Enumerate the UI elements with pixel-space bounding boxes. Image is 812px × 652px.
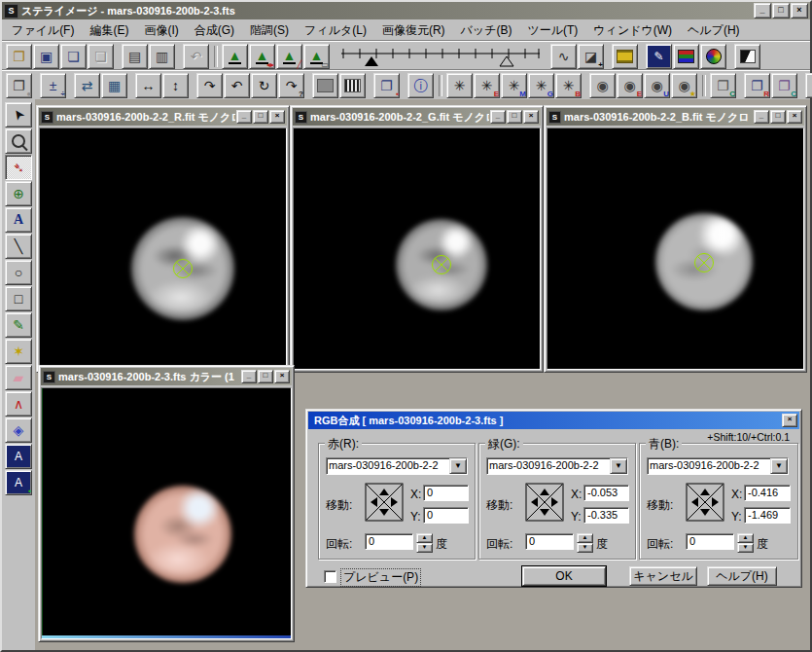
histogram-window-button[interactable]: ▲▭ <box>303 44 330 69</box>
menu-gradation[interactable]: 階調(S) <box>242 20 297 41</box>
flip-vertical-button[interactable]: ↕ <box>162 73 189 98</box>
color-maximize-button[interactable]: □ <box>258 370 273 383</box>
fill-gray-button[interactable] <box>312 73 338 98</box>
batch-film-button[interactable] <box>612 44 638 69</box>
duplicate-button[interactable]: ❐▪ <box>373 73 400 98</box>
calc-button[interactable]: ±÷ <box>40 73 66 98</box>
flip-horizontal-button[interactable]: ↔ <box>135 73 161 98</box>
green-window-title-bar[interactable]: S mars-030916-200b-2-2_G.fit モノクロ _ □ × <box>293 108 541 126</box>
red-rotate-input[interactable]: 0 <box>365 533 413 550</box>
align-star-b-button[interactable]: ✳B <box>555 73 582 98</box>
blue-rotate-input[interactable]: 0 <box>686 533 734 550</box>
rotate-180-button[interactable]: ↻ <box>251 73 277 98</box>
display-level-slider[interactable] <box>338 43 543 71</box>
blue-image-canvas[interactable] <box>547 127 804 370</box>
align-star-g-button[interactable]: ✳G <box>528 73 554 98</box>
blue-file-dropdown-icon[interactable]: ▼ <box>770 458 788 474</box>
green-close-button[interactable]: × <box>523 110 539 124</box>
green-y-input[interactable]: -0.335 <box>583 507 629 524</box>
color-window-title-bar[interactable]: S mars-030916-200b-2-3.fts カラー (1 _ □ × <box>41 368 292 385</box>
rgb-channels-button[interactable] <box>673 44 699 69</box>
red-file-dropdown-icon[interactable]: ▼ <box>449 458 467 474</box>
save-button[interactable]: ▣ <box>33 44 59 69</box>
main-title-bar[interactable]: S ステライメージ - mars-030916-200b-2-3.fts _ □… <box>2 2 810 19</box>
mosaic-button[interactable]: ▦ <box>101 73 127 98</box>
zoom-tool-button[interactable] <box>5 128 32 154</box>
rgb-decompose-button[interactable]: ❐R <box>744 73 770 98</box>
green-rotate-spinner[interactable]: ▲▼ <box>577 533 591 550</box>
scan-button[interactable]: ▤ <box>122 44 148 69</box>
help-button[interactable]: ヘルプ(H) <box>707 566 777 586</box>
green-rotate-input[interactable]: 0 <box>525 533 574 550</box>
color-image-canvas[interactable] <box>41 387 292 639</box>
red-x-input[interactable]: 0 <box>423 485 469 501</box>
green-file-select[interactable]: mars-030916-200b-2-2 ▼ <box>486 457 628 475</box>
histogram-picker-button[interactable]: ▲╱ <box>276 44 302 69</box>
text-tool-button[interactable]: A <box>5 207 32 233</box>
red-image-canvas[interactable] <box>39 127 287 370</box>
point-tool-button[interactable]: ➴ <box>5 155 32 180</box>
rotate-cw-button[interactable]: ↷ <box>196 73 223 98</box>
lab-decompose-button[interactable]: ❐L <box>805 73 812 98</box>
menu-batch[interactable]: バッチ(B) <box>453 20 520 41</box>
menu-help[interactable]: ヘルプ(H) <box>680 20 748 41</box>
red-maximize-button[interactable]: □ <box>253 110 268 124</box>
select-tool-button[interactable]: ➤ <box>5 102 32 127</box>
eraser-tool-button[interactable]: ▰ <box>5 365 32 390</box>
align-disc-button[interactable]: ◉ <box>589 73 616 98</box>
blue-y-input[interactable]: -1.469 <box>744 507 791 524</box>
red-minimize-button[interactable]: _ <box>236 110 252 124</box>
minimize-button[interactable]: _ <box>754 3 771 18</box>
align-star-m-button[interactable]: ✳M <box>501 73 527 98</box>
green-maximize-button[interactable]: □ <box>507 110 522 124</box>
profile-tool-button[interactable]: ∧ <box>5 391 32 417</box>
color-close-button[interactable]: × <box>274 370 290 383</box>
align-star-button[interactable]: ✳ <box>446 73 473 98</box>
wand-tool-button[interactable]: ✶ <box>5 339 32 364</box>
green-minimize-button[interactable]: _ <box>490 110 506 124</box>
color-minimize-button[interactable]: _ <box>241 370 257 383</box>
pixel-info-tool-button[interactable]: ⊕ <box>5 181 32 206</box>
green-move-pad[interactable] <box>525 483 564 522</box>
blue-move-pad[interactable] <box>686 483 724 522</box>
dialog-close-button[interactable]: × <box>782 414 797 427</box>
green-x-input[interactable]: -0.053 <box>583 485 629 501</box>
green-file-dropdown-icon[interactable]: ▼ <box>610 458 627 474</box>
rotate-free-button[interactable]: ↷? <box>278 73 304 98</box>
sphere-tool-button[interactable]: ◈ <box>5 417 32 443</box>
info-button[interactable]: ⓘ <box>407 73 434 98</box>
annotate-tool-button[interactable]: A <box>5 444 32 469</box>
blue-x-input[interactable]: -0.416 <box>744 485 791 501</box>
blue-minimize-button[interactable]: _ <box>754 110 769 124</box>
levels-adjust-button[interactable]: ◪+ <box>578 44 604 69</box>
red-y-input[interactable]: 0 <box>423 507 469 524</box>
red-window-title-bar[interactable]: S mars-030916-200b-2-2_R.fit モノクロ _ □ × <box>39 108 287 126</box>
ellipse-tool-button[interactable]: ○ <box>5 260 32 285</box>
annotate2-tool-button[interactable]: A▪ <box>5 470 32 495</box>
align-disc-u-button[interactable]: ◉U <box>644 73 670 98</box>
composite-button[interactable]: ❐● <box>6 73 32 98</box>
maximize-button[interactable]: □ <box>772 3 790 18</box>
red-file-select[interactable]: mars-030916-200b-2-2 ▼ <box>326 457 468 475</box>
menu-tool[interactable]: ツール(T) <box>519 20 585 41</box>
export-button[interactable]: ❏ <box>88 44 114 69</box>
blue-close-button[interactable]: × <box>787 110 802 124</box>
red-rotate-spinner[interactable]: ▲▼ <box>416 533 431 550</box>
menu-window[interactable]: ウィンドウ(W) <box>585 20 680 41</box>
dither-button[interactable] <box>339 73 366 98</box>
blue-rotate-spinner[interactable]: ▲▼ <box>737 533 752 550</box>
red-close-button[interactable]: × <box>269 110 285 124</box>
align-star-e-button[interactable]: ✳E <box>474 73 500 98</box>
menu-file[interactable]: ファイル(F) <box>4 20 82 41</box>
pencil-tool-button[interactable]: ✎ <box>5 312 32 338</box>
menu-edit[interactable]: 編集(E) <box>82 20 136 41</box>
align-disc-star-button[interactable]: ◉★ <box>671 73 697 98</box>
dialog-title-bar[interactable]: RGB合成 [ mars-030916-200b-2-3.fts ] × <box>308 412 799 429</box>
blue-maximize-button[interactable]: □ <box>770 110 786 124</box>
histogram-button[interactable]: ▲ <box>222 44 248 69</box>
undo-button[interactable]: ↶ <box>183 44 209 69</box>
ok-button[interactable]: OK <box>522 566 606 586</box>
open-button[interactable]: ❐ <box>6 44 32 69</box>
menu-restoration[interactable]: 画像復元(R) <box>374 20 453 41</box>
line-tool-button[interactable]: ╲ <box>5 234 32 259</box>
